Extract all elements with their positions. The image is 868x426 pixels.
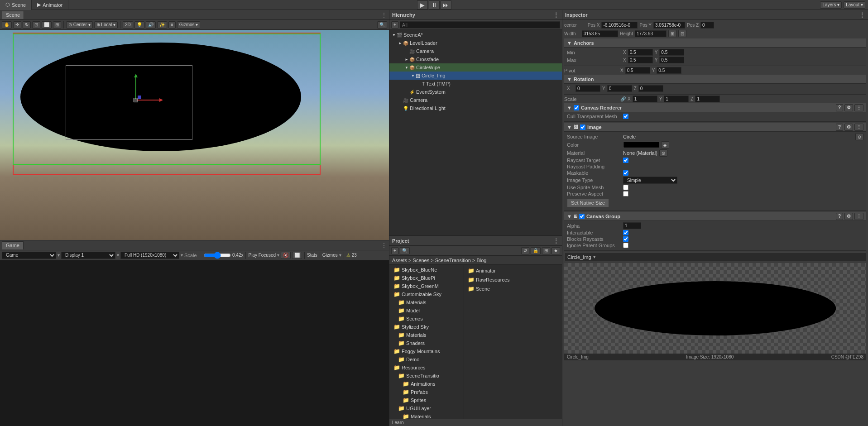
- blocks-raycasts-checkbox[interactable]: [623, 236, 628, 242]
- canvas-renderer-header[interactable]: ▼ Canvas Renderer ? ⚙ ⋮: [564, 103, 866, 112]
- width-input[interactable]: [582, 30, 618, 37]
- tool-move[interactable]: ✛: [13, 21, 21, 29]
- game-canvas[interactable]: [0, 260, 389, 426]
- project-item-scenetransitio[interactable]: 📁SceneTransitio: [389, 372, 464, 380]
- height-input[interactable]: [635, 30, 667, 37]
- image-header[interactable]: ▼ 🖼 Image ? ⚙ ⋮: [564, 123, 866, 132]
- tool-multi[interactable]: ⊞: [53, 21, 61, 29]
- image-toggle[interactable]: [580, 124, 585, 130]
- posy-input[interactable]: [653, 22, 685, 29]
- canvas-renderer-settings[interactable]: ⚙: [844, 104, 853, 111]
- maximize-btn[interactable]: ⬜: [292, 252, 302, 259]
- scale-x[interactable]: [633, 96, 657, 102]
- game-resolution-select[interactable]: Full HD (1920x1080): [120, 252, 179, 259]
- project-item-stylizedsky[interactable]: 📁Stylized Sky: [389, 323, 464, 331]
- preserve-aspect-checkbox[interactable]: [623, 191, 628, 196]
- anchors-header[interactable]: ▼ Anchors: [564, 38, 866, 48]
- project-right-item-rawresources[interactable]: 📁RawResources: [466, 276, 560, 284]
- project-cols-btn[interactable]: ⊞: [542, 247, 550, 254]
- image-more[interactable]: ⋮: [854, 124, 863, 131]
- hierarchy-item-levelLoader[interactable]: ►📦LevelLoader: [389, 39, 562, 47]
- fx-btn[interactable]: ✨: [157, 21, 167, 29]
- anchor-min-x[interactable]: [628, 49, 653, 56]
- project-item-prefabs[interactable]: 📁Prefabs: [389, 388, 464, 396]
- anchor-min-y[interactable]: [659, 49, 684, 56]
- step-button[interactable]: ⏭: [441, 0, 451, 10]
- alpha-input[interactable]: [623, 222, 641, 229]
- rot-z[interactable]: [638, 85, 663, 92]
- project-right-item-scene[interactable]: 📁Scene: [466, 285, 560, 293]
- anchor-max-x[interactable]: [628, 57, 653, 63]
- hierarchy-menu[interactable]: ⋮: [553, 11, 559, 19]
- canvas-renderer-help[interactable]: ?: [836, 104, 843, 111]
- canvas-group-toggle[interactable]: [579, 214, 585, 219]
- project-item-materials[interactable]: 📁Materials: [389, 331, 464, 339]
- layout-btn[interactable]: Layout ▾: [844, 1, 865, 9]
- scene-layer-btn[interactable]: ≡: [168, 21, 176, 29]
- interactable-checkbox[interactable]: [623, 230, 628, 235]
- ignore-parent-checkbox[interactable]: [623, 243, 628, 248]
- game-panel-menu[interactable]: ⋮: [381, 242, 387, 249]
- scene-view-tab[interactable]: Scene: [2, 11, 24, 19]
- pivot-x[interactable]: [625, 67, 650, 74]
- tool-rotate[interactable]: ↻: [23, 21, 31, 29]
- posx-input[interactable]: [601, 22, 638, 29]
- source-image-pick[interactable]: ⊙: [855, 133, 863, 140]
- hierarchy-item-circlewipe[interactable]: ▼📦CircleWipe: [389, 63, 562, 72]
- local-btn[interactable]: ⊕ Local ▾: [94, 21, 118, 29]
- project-item-skybox_bluene[interactable]: 📁Skybox_BlueNe: [389, 266, 464, 274]
- project-item-animations[interactable]: 📁Animations: [389, 380, 464, 388]
- scene-tab[interactable]: ⬡ Scene: [0, 0, 32, 10]
- project-search-btn[interactable]: 🔍: [400, 247, 410, 254]
- game-display-select[interactable]: Game: [2, 252, 56, 259]
- rot-x[interactable]: [575, 85, 600, 92]
- 2d-btn[interactable]: 2D: [123, 21, 133, 29]
- project-item-demo[interactable]: 📁Demo: [389, 355, 464, 364]
- tool-scale[interactable]: ⊡: [32, 21, 40, 29]
- raycast-checkbox[interactable]: [623, 158, 628, 163]
- project-add-btn[interactable]: +: [391, 247, 398, 254]
- rot-y[interactable]: [607, 85, 632, 92]
- tool-rect[interactable]: ⬜: [42, 21, 52, 29]
- project-menu[interactable]: ⋮: [553, 237, 559, 244]
- image-type-select[interactable]: Simple: [623, 177, 677, 184]
- mute-btn[interactable]: 🔇: [281, 252, 291, 259]
- light-btn[interactable]: 💡: [134, 21, 144, 29]
- gizmos-btn[interactable]: Gizmos ▾: [177, 21, 201, 29]
- hierarchy-item-crossfade[interactable]: ►📦Crossfade: [389, 55, 562, 63]
- project-item-skybox_bluepi[interactable]: 📁Skybox_BluePi: [389, 274, 464, 282]
- audio-btn[interactable]: 🔊: [146, 21, 156, 29]
- play-button[interactable]: ▶: [417, 0, 428, 10]
- project-fav-btn[interactable]: ★: [551, 247, 560, 254]
- anchor-max-y[interactable]: [659, 57, 684, 63]
- canvas-group-more[interactable]: ⋮: [854, 213, 863, 220]
- game-display-num[interactable]: Display 1: [61, 252, 115, 259]
- canvas-group-header[interactable]: ▼ ⊞ Canvas Group ? ⚙ ⋮: [564, 212, 866, 221]
- project-sync-btn[interactable]: ↺: [521, 247, 529, 254]
- project-item-foggymountains[interactable]: 📁Foggy Mountains: [389, 347, 464, 355]
- hierarchy-add-btn[interactable]: +: [391, 21, 398, 29]
- material-pick[interactable]: ⊙: [659, 149, 667, 157]
- hierarchy-item-sceneA[interactable]: ▼🎬SceneA*: [389, 31, 562, 39]
- rotation-header[interactable]: ▼ Rotation: [564, 75, 866, 84]
- cull-mesh-checkbox[interactable]: [623, 114, 628, 119]
- hierarchy-item-dirlight[interactable]: 💡Directional Light: [389, 104, 562, 112]
- constrain-btn[interactable]: ⊞: [668, 30, 676, 37]
- layers-btn[interactable]: Layers ▾: [820, 1, 842, 9]
- project-item-skybox_greenm[interactable]: 📁Skybox_GreenM: [389, 282, 464, 290]
- project-item-resources[interactable]: 📁Resources: [389, 364, 464, 372]
- scale-y[interactable]: [664, 96, 689, 102]
- pivot-btn[interactable]: ⊙ Center ▾: [66, 21, 93, 29]
- canvas-renderer-toggle[interactable]: [574, 105, 579, 110]
- pivot-y[interactable]: [657, 67, 681, 74]
- image-settings[interactable]: ⚙: [844, 124, 853, 131]
- hierarchy-item-text_tmp[interactable]: TText (TMP): [389, 80, 562, 88]
- search-scene-btn[interactable]: 🔍: [377, 21, 387, 29]
- inspector-menu[interactable]: ⋮: [859, 11, 865, 19]
- canvas-group-settings[interactable]: ⚙: [844, 213, 853, 220]
- game-view-tab[interactable]: Game: [2, 241, 24, 249]
- hierarchy-item-circle_img[interactable]: ▼🖼Circle_Img: [389, 72, 562, 80]
- project-item-model[interactable]: 📁Model: [389, 306, 464, 315]
- scale-z[interactable]: [695, 96, 720, 102]
- animator-tab[interactable]: ▶ Animator: [32, 0, 68, 10]
